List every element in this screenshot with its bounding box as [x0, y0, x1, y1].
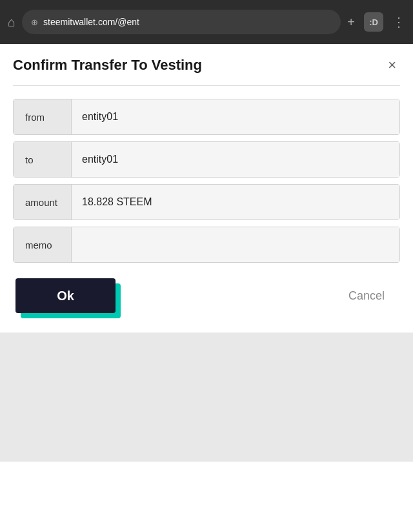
memo-value[interactable] — [72, 227, 399, 262]
url-text: steemitwallet.com/@ent — [43, 17, 332, 27]
modal-title: Confirm Transfer To Vesting — [13, 57, 202, 74]
url-bar[interactable]: ⊕ steemitwallet.com/@ent — [22, 10, 341, 34]
add-tab-icon[interactable]: + — [347, 15, 355, 30]
d-button[interactable]: :D — [364, 12, 383, 32]
page-background — [0, 332, 413, 462]
button-row: Ok Cancel — [13, 278, 400, 313]
close-button[interactable]: × — [384, 57, 400, 74]
security-icon: ⊕ — [31, 17, 38, 27]
amount-value: 18.828 STEEM — [72, 185, 399, 220]
to-label: to — [14, 142, 72, 177]
amount-label: amount — [14, 185, 72, 220]
modal-header: Confirm Transfer To Vesting × — [13, 57, 400, 86]
memo-label: memo — [14, 227, 72, 262]
browser-chrome: ⌂ ⊕ steemitwallet.com/@ent + :D ⋮ — [0, 0, 413, 44]
to-value: entity01 — [72, 142, 399, 177]
home-icon[interactable]: ⌂ — [8, 15, 15, 30]
browser-menu-icon[interactable]: ⋮ — [392, 14, 405, 30]
amount-row: amount 18.828 STEEM — [13, 184, 400, 220]
from-label: from — [14, 99, 72, 134]
page-content: Confirm Transfer To Vesting × from entit… — [0, 44, 413, 532]
browser-actions: + :D ⋮ — [347, 12, 405, 32]
memo-row: memo — [13, 227, 400, 263]
ok-button-wrapper: Ok — [15, 278, 116, 313]
confirm-transfer-modal: Confirm Transfer To Vesting × from entit… — [0, 44, 413, 332]
ok-button[interactable]: Ok — [15, 278, 116, 313]
from-row: from entity01 — [13, 99, 400, 135]
cancel-button[interactable]: Cancel — [336, 280, 398, 312]
from-value: entity01 — [72, 99, 399, 134]
to-row: to entity01 — [13, 141, 400, 178]
